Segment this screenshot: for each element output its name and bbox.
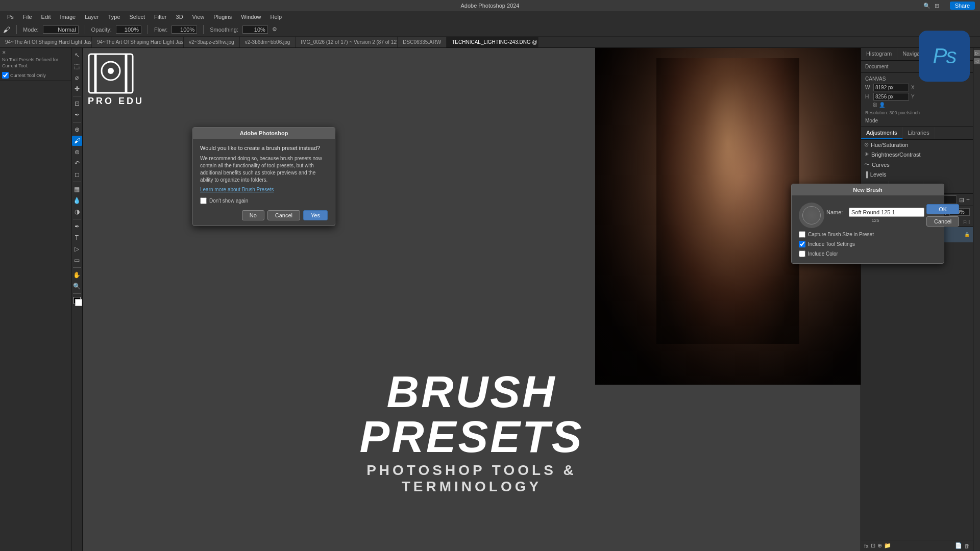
height-y-label: Y xyxy=(911,94,915,99)
quick-select-tool[interactable]: ✤ xyxy=(72,84,82,94)
canvas-area[interactable]: PRO EDU BRUSH PRESETS PHOTOSHOP TOOLS & … xyxy=(83,48,861,551)
no-presets-text: No Tool Presets Defined for Current Tool… xyxy=(2,57,69,69)
height-input[interactable] xyxy=(873,93,909,101)
nb-capture-checkbox-row: Capture Brush Size in Preset xyxy=(799,231,959,238)
lasso-tool[interactable]: ⌀ xyxy=(72,72,82,83)
add-group-icon[interactable]: 📁 xyxy=(884,542,891,549)
nb-action-btns: OK Cancel xyxy=(926,204,959,227)
nb-include-tool-checkbox[interactable] xyxy=(799,241,805,247)
clone-tool[interactable]: ⊜ xyxy=(72,147,82,157)
arrange-icon[interactable]: ⊞ xyxy=(935,3,939,9)
menu-layer[interactable]: Layer xyxy=(81,13,103,21)
levels-row[interactable]: ▐ Levels xyxy=(861,170,973,179)
add-layer-style-icon[interactable]: fx xyxy=(864,543,869,549)
delete-layer-icon[interactable]: 🗑 xyxy=(964,543,970,549)
tab-5[interactable]: IMG_0026 (12 of 17) ~ Version 2 (87 of 1… xyxy=(296,37,398,48)
search-icon[interactable]: 🔍 xyxy=(923,3,930,9)
nb-ok-button[interactable]: OK xyxy=(926,204,959,214)
tool-divider-5 xyxy=(73,267,81,268)
flow-input[interactable] xyxy=(172,26,197,34)
tab-7[interactable]: TECHNICAL_LIGHTING-243.DNG @ 33.3% (RGB/… xyxy=(447,37,538,48)
marquee-tool[interactable]: ⬚ xyxy=(72,61,82,71)
ps-icon-card: Ps xyxy=(919,31,970,82)
menu-bar: Ps File Edit Image Layer Type Select Fil… xyxy=(0,11,980,22)
path-select-tool[interactable]: ▷ xyxy=(72,244,82,254)
levels-icon: ▐ xyxy=(864,171,868,178)
heal-tool[interactable]: ⊕ xyxy=(72,124,82,135)
adjustments-tab[interactable]: Adjustments xyxy=(861,127,903,139)
smoothing-options[interactable]: ⚙ xyxy=(272,26,277,33)
eraser-tool[interactable]: ◻ xyxy=(72,169,82,180)
tab-2[interactable]: 94~The Art Of Shaping Hard Light Jason B… xyxy=(92,37,184,48)
share-button[interactable]: Share xyxy=(950,2,975,10)
resolution-text: Resolution: 300 pixels/inch xyxy=(865,109,969,116)
nb-cancel-button[interactable]: Cancel xyxy=(926,216,959,227)
height-label: H xyxy=(865,94,871,99)
collapse-icon[interactable]: ◁ xyxy=(974,58,980,64)
menu-file[interactable]: File xyxy=(19,13,36,21)
layer-fill-icon[interactable]: Fill xyxy=(963,219,970,225)
nb-include-color-checkbox[interactable] xyxy=(799,251,805,257)
current-tool-checkbox[interactable] xyxy=(2,72,9,79)
dialog-yes-button[interactable]: Yes xyxy=(303,210,328,220)
nb-capture-brush-checkbox[interactable] xyxy=(799,231,805,238)
move-tool[interactable]: ↖ xyxy=(72,50,82,60)
nb-brush-preview xyxy=(799,203,824,228)
mode-input[interactable] xyxy=(43,26,79,34)
history-brush-tool[interactable]: ↶ xyxy=(72,158,82,168)
menu-select[interactable]: Select xyxy=(126,13,150,21)
hue-saturation-row[interactable]: ⊙ Hue/Saturation xyxy=(861,140,973,149)
menu-filter[interactable]: Filter xyxy=(150,13,170,21)
nb-name-input[interactable] xyxy=(849,208,924,217)
tab-1[interactable]: 94~The Art Of Shaping Hard Light Jason B… xyxy=(0,37,92,48)
dialog-cancel-button[interactable]: Cancel xyxy=(267,210,300,220)
tab-3[interactable]: v2~3bapz-z5fhw.jpg xyxy=(184,37,240,48)
menu-view[interactable]: View xyxy=(188,13,209,21)
add-mask-icon[interactable]: ⊡ xyxy=(871,542,875,549)
gradient-tool[interactable]: ▦ xyxy=(72,184,82,194)
shape-tool[interactable]: ▭ xyxy=(72,255,82,265)
filter-icon[interactable]: ⊟ xyxy=(959,196,964,204)
menu-image[interactable]: Image xyxy=(56,13,80,21)
menu-3d[interactable]: 3D xyxy=(172,13,187,21)
tab-4[interactable]: v2-3b6dm~bb06.jpg xyxy=(240,37,296,48)
tool-divider-2 xyxy=(73,122,81,122)
menu-plugins[interactable]: Plugins xyxy=(209,13,236,21)
add-new-layer-icon[interactable]: 📄 xyxy=(955,542,962,549)
dialog-no-button[interactable]: No xyxy=(242,210,264,220)
type-tool[interactable]: T xyxy=(72,233,82,243)
dont-show-checkbox[interactable] xyxy=(200,197,207,204)
libraries-tab[interactable]: Libraries xyxy=(903,127,935,139)
dodge-tool[interactable]: ◑ xyxy=(72,207,82,217)
close-icon[interactable]: ✕ xyxy=(2,50,6,55)
opacity-input[interactable] xyxy=(116,26,141,34)
add-layer-icon[interactable]: + xyxy=(966,196,970,204)
mode-label: Mode: xyxy=(23,27,39,33)
eyedropper-tool[interactable]: ✒ xyxy=(72,110,82,120)
menu-window[interactable]: Window xyxy=(237,13,265,21)
nb-include-color-label: Include Color xyxy=(808,251,838,257)
blur-tool[interactable]: 💧 xyxy=(72,195,82,206)
crop-tool[interactable]: ⊡ xyxy=(72,98,82,109)
width-row: W X xyxy=(865,84,969,91)
add-adjustment-icon[interactable]: ⊕ xyxy=(877,542,882,549)
pen-tool[interactable]: ✒ xyxy=(72,221,82,232)
menu-help[interactable]: Help xyxy=(266,13,286,21)
menu-ps[interactable]: Ps xyxy=(3,13,18,21)
brush-tool[interactable]: 🖌 xyxy=(72,136,82,146)
width-input[interactable] xyxy=(873,84,909,91)
tab-6[interactable]: DSC06335.ARW xyxy=(398,37,447,48)
brightness-contrast-row[interactable]: ☀ Brightness/Contrast xyxy=(861,149,973,159)
histogram-tab[interactable]: Histogram xyxy=(861,48,897,60)
background-color[interactable] xyxy=(75,299,82,306)
nb-include-tool-label: Include Tool Settings xyxy=(808,241,855,247)
zoom-tool[interactable]: 🔍 xyxy=(72,281,82,291)
menu-edit[interactable]: Edit xyxy=(37,13,55,21)
hand-tool[interactable]: ✋ xyxy=(72,270,82,280)
right-panel-strip: ▷ ◁ xyxy=(973,48,980,551)
expand-icon[interactable]: ▷ xyxy=(974,50,980,56)
dialog-link[interactable]: Learn more about Brush Presets xyxy=(200,187,328,192)
smoothing-input[interactable] xyxy=(242,26,268,34)
menu-type[interactable]: Type xyxy=(104,13,125,21)
curves-row[interactable]: 〜 Curves xyxy=(861,159,973,170)
